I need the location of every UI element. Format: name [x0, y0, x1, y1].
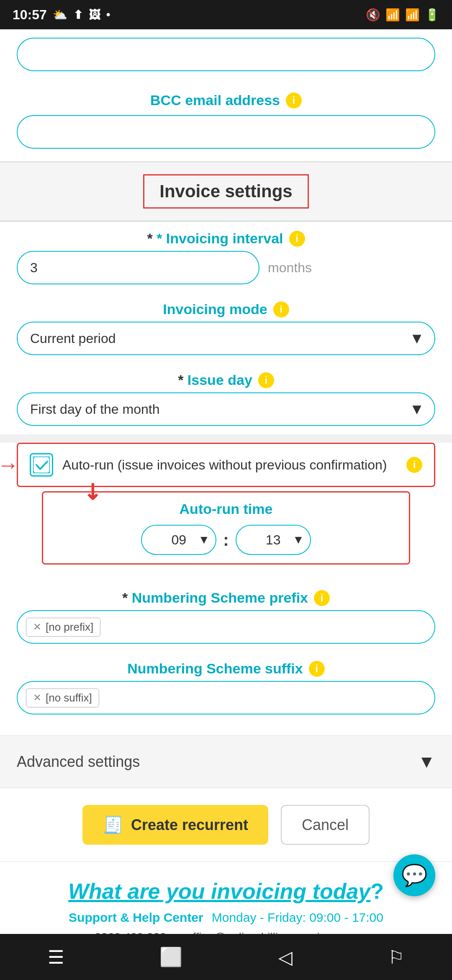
suffix-input-wrapper[interactable]: ✕ [no suffix]: [17, 681, 435, 714]
suffix-tag-text: [no suffix]: [46, 691, 92, 704]
footer-tagline: What are you invoicing today?: [17, 879, 435, 904]
image-icon: 🖼: [89, 8, 100, 22]
advanced-settings-label: Advanced settings: [17, 753, 140, 771]
top-partial-section: [0, 29, 452, 84]
invoicing-mode-select[interactable]: Current period Previous period Next peri…: [17, 322, 435, 355]
autorun-row[interactable]: → Auto-run (issue invoices without previ…: [17, 443, 435, 487]
minute-select[interactable]: 00010203 04050607 08091011 12131415 1617…: [236, 525, 311, 555]
battery-icon: 🔋: [425, 8, 439, 22]
advanced-settings-chevron: ▼: [418, 752, 435, 772]
status-bar: 10:57 ⛅ ⬆ 🖼 • 🔇 📶 📶 🔋: [0, 0, 452, 29]
spacing: [0, 723, 452, 735]
invoicing-interval-section: * * Invoicing interval i months: [0, 222, 452, 293]
issue-day-select[interactable]: First day of the month Last day of the m…: [17, 392, 435, 426]
mode-info-icon[interactable]: i: [273, 302, 289, 317]
bottom-nav: ☰ ⬜ ◁ ⚐: [0, 934, 452, 980]
interval-info-icon[interactable]: i: [289, 231, 305, 247]
footer-support-label: Support & Help Center: [69, 910, 203, 925]
prefix-tag: ✕ [no prefix]: [26, 618, 100, 637]
invoice-settings-header: Invoice settings: [0, 162, 452, 221]
suffix-tag: ✕ [no suffix]: [26, 689, 99, 707]
invoicing-mode-label: Invoicing mode i: [17, 301, 435, 317]
dot-icon: •: [106, 8, 110, 21]
autorun-time-section: Auto-run time 00010203 04050607 08091011…: [42, 491, 410, 565]
prefix-tag-remove[interactable]: ✕: [33, 621, 41, 633]
prefix-tag-text: [no prefix]: [46, 621, 93, 634]
invoice-settings-title: Invoice settings: [143, 174, 308, 209]
minute-wrapper: 00010203 04050607 08091011 12131415 1617…: [236, 525, 311, 555]
time-colon: :: [223, 531, 229, 549]
autorun-time-label: Auto-run time: [180, 501, 273, 517]
prefix-info-icon[interactable]: i: [314, 590, 330, 606]
mute-icon: 🔇: [366, 8, 380, 22]
hour-select[interactable]: 00010203 04050607 08091011 12131415 1617…: [141, 525, 216, 555]
upload-icon: ⬆: [73, 8, 83, 22]
cancel-button-label: Cancel: [302, 816, 349, 833]
invoicing-mode-wrapper: Current period Previous period Next peri…: [17, 322, 435, 355]
bottom-buttons: 🧾 Create recurrent Cancel: [0, 788, 452, 861]
nav-menu-icon[interactable]: ☰: [48, 946, 64, 968]
top-input[interactable]: [17, 38, 435, 71]
bcc-label: BCC email address i: [17, 92, 435, 108]
invoicing-interval-input[interactable]: [17, 251, 259, 284]
issue-day-wrapper: First day of the month Last day of the m…: [17, 392, 435, 426]
hour-wrapper: 00010203 04050607 08091011 12131415 1617…: [141, 525, 216, 555]
prefix-section: * Numbering Scheme prefix i ✕ [no prefix…: [0, 581, 452, 652]
weather-icon: ⛅: [53, 8, 67, 22]
invoicing-interval-label: * * Invoicing interval i: [17, 230, 435, 247]
chat-bubble[interactable]: 💬: [393, 854, 435, 896]
time-display: 10:57: [13, 7, 47, 23]
cancel-button[interactable]: Cancel: [281, 805, 370, 845]
create-recurrent-button[interactable]: 🧾 Create recurrent: [82, 805, 268, 845]
create-button-label: Create recurrent: [131, 816, 248, 834]
signal-icon: 📶: [405, 8, 420, 22]
bcc-info-icon[interactable]: i: [286, 93, 302, 108]
prefix-label: * Numbering Scheme prefix i: [17, 590, 435, 606]
suffix-label: Numbering Scheme suffix i: [17, 660, 435, 677]
wifi-icon: 📶: [385, 8, 400, 22]
advanced-settings-row[interactable]: Advanced settings ▼: [0, 735, 452, 788]
bcc-email-input[interactable]: [17, 115, 435, 149]
autorun-info-icon[interactable]: i: [406, 457, 422, 473]
bcc-section: BCC email address i: [0, 84, 452, 161]
nav-home-icon[interactable]: ⬜: [159, 946, 182, 968]
issue-day-label: * Issue day i: [17, 372, 435, 388]
issue-day-section: * Issue day i First day of the month Las…: [0, 364, 452, 434]
issue-day-info-icon[interactable]: i: [258, 372, 274, 388]
suffix-section: Numbering Scheme suffix i ✕ [no suffix]: [0, 652, 452, 723]
arrow-to-checkbox: →: [0, 452, 19, 477]
autorun-label: Auto-run (issue invoices without previou…: [62, 457, 397, 473]
footer-invoicing-highlight: invoicing: [211, 879, 306, 903]
suffix-info-icon[interactable]: i: [309, 661, 325, 677]
autorun-container: → Auto-run (issue invoices without previ…: [0, 443, 452, 581]
footer-support: Support & Help Center Monday - Friday: 0…: [17, 910, 435, 925]
suffix-tag-remove[interactable]: ✕: [33, 692, 41, 704]
time-selects-row: 00010203 04050607 08091011 12131415 1617…: [141, 525, 311, 555]
interval-unit: months: [268, 260, 312, 276]
nav-back-icon[interactable]: ◁: [278, 946, 293, 968]
footer-hours: Monday - Friday: 09:00 - 17:00: [212, 910, 383, 925]
nav-accessibility-icon[interactable]: ⚐: [388, 946, 404, 968]
autorun-checkbox[interactable]: [30, 453, 53, 477]
invoicing-mode-section: Invoicing mode i Current period Previous…: [0, 293, 452, 364]
create-icon: 🧾: [103, 815, 123, 835]
prefix-input-wrapper[interactable]: ✕ [no prefix]: [17, 610, 435, 644]
